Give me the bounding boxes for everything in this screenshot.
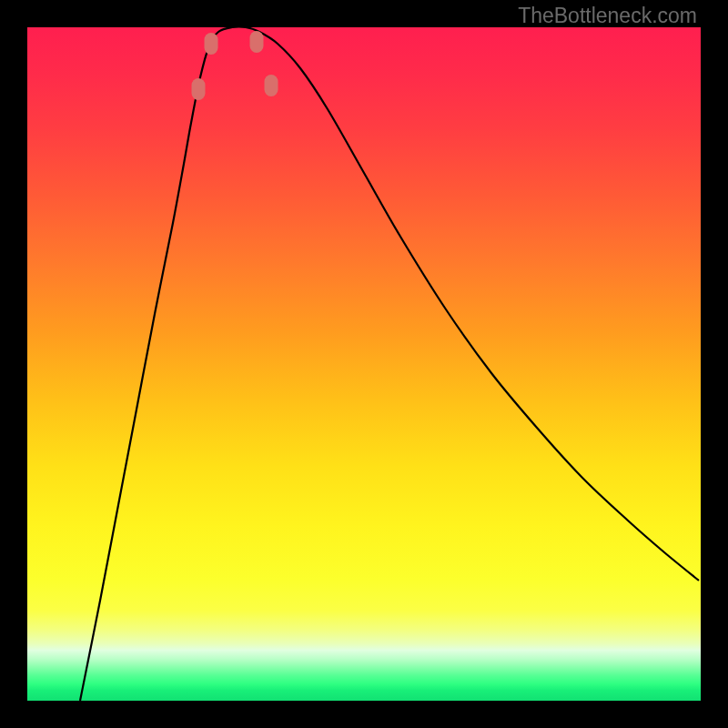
curve-marker xyxy=(265,75,278,96)
bottleneck-curve xyxy=(27,27,701,701)
watermark-text: TheBottleneck.com xyxy=(518,4,697,28)
curve-marker xyxy=(250,31,264,53)
plot-frame xyxy=(27,27,701,701)
curve-marker xyxy=(205,33,218,55)
curve-marker xyxy=(192,78,206,100)
